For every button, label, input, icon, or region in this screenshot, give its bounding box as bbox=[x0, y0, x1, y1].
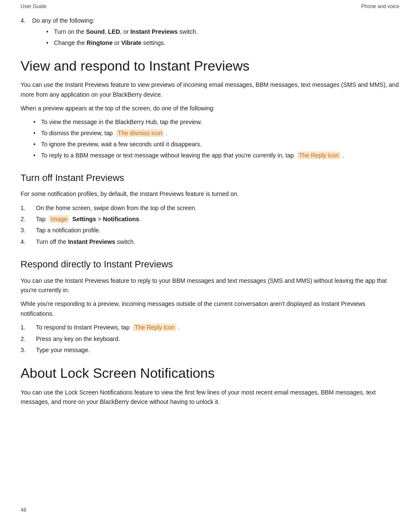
section4-para1: You can use the Lock Screen Notification… bbox=[21, 388, 399, 407]
section3-steps: 1. To respond to Instant Previews, tap T… bbox=[21, 323, 399, 355]
reply-icon-tag-2: The Reply icon bbox=[133, 323, 176, 331]
section2-steps: 1. On the home screen, swipe down from t… bbox=[21, 203, 399, 247]
bold-ringtone: Ringtone bbox=[86, 39, 113, 46]
section2-para1: For some notification profiles, by defau… bbox=[21, 189, 399, 199]
step-num: 1. bbox=[21, 323, 36, 332]
step-content: Press any key on the keyboard. bbox=[36, 334, 399, 344]
step4-intro: 4. Do any of the following: bbox=[21, 17, 399, 24]
list-item: 1. To respond to Instant Previews, tap T… bbox=[21, 323, 399, 332]
list-item: Change the Ringtone or Vibrate settings. bbox=[46, 39, 399, 47]
step-num: 1. bbox=[21, 203, 36, 213]
list-item: To view the message in the BlackBerry Hu… bbox=[33, 118, 399, 127]
list-item: To ignore the preview, wait a few second… bbox=[33, 140, 399, 149]
step-content: On the home screen, swipe down from the … bbox=[36, 203, 399, 213]
step-num: 3. bbox=[21, 345, 36, 355]
list-item: 1. On the home screen, swipe down from t… bbox=[21, 203, 399, 213]
step-content: Tap a notification profile. bbox=[36, 225, 399, 235]
list-item: 3. Tap a notification profile. bbox=[21, 225, 399, 235]
list-item: 2. Tap Image Settings > Notifications. bbox=[21, 214, 399, 224]
header-bar: User Guide Phone and voice bbox=[21, 3, 399, 9]
step-content: Type your message. bbox=[36, 345, 399, 355]
step-num: 3. bbox=[21, 225, 36, 235]
step4-bullet-list: Turn on the Sound, LED, or Instant Previ… bbox=[46, 27, 399, 47]
header-left: User Guide bbox=[21, 3, 47, 9]
bold-notifications: Notifications bbox=[103, 216, 139, 222]
step-content: To respond to Instant Previews, tap The … bbox=[36, 323, 399, 332]
header-right: Phone and voice bbox=[361, 3, 399, 9]
section1-bullet-list: To view the message in the BlackBerry Hu… bbox=[33, 118, 399, 160]
bold-instant-previews-1: Instant Previews bbox=[130, 28, 178, 35]
section4-title: About Lock Screen Notifications bbox=[21, 365, 399, 381]
bold-sound: Sound bbox=[86, 28, 105, 35]
list-item: To dismiss the preview, tap The dismiss … bbox=[33, 129, 399, 138]
page-container: User Guide Phone and voice 4. Do any of … bbox=[0, 0, 420, 428]
step-content: Turn off the Instant Previews switch. bbox=[36, 237, 399, 246]
list-item: 2. Press any key on the keyboard. bbox=[21, 334, 399, 344]
section1-para1: You can use the Instant Previews feature… bbox=[21, 80, 399, 99]
page-number: 48 bbox=[21, 507, 26, 513]
bold-vibrate: Vibrate bbox=[121, 39, 141, 46]
list-item: Turn on the Sound, LED, or Instant Previ… bbox=[46, 27, 399, 36]
section3-title: Respond directly to Instant Previews bbox=[21, 258, 399, 271]
section1-title: View and respond to Instant Previews bbox=[21, 58, 399, 74]
step4-num: 4. Do any of the following: bbox=[21, 17, 95, 24]
section1-para2: When a preview appears at the top of the… bbox=[21, 104, 399, 113]
step-num: 4. bbox=[21, 237, 36, 246]
bold-settings: Settings bbox=[72, 216, 96, 222]
list-item: 3. Type your message. bbox=[21, 345, 399, 355]
bold-led: LED bbox=[108, 28, 120, 35]
section3-para2: While you're responding to a preview, in… bbox=[21, 299, 399, 318]
step-num: 2. bbox=[21, 214, 36, 224]
section3-para1: You can use the Instant Previews feature… bbox=[21, 276, 399, 295]
step-num: 2. bbox=[21, 334, 36, 344]
list-item: 4. Turn off the Instant Previews switch. bbox=[21, 237, 399, 246]
dismiss-icon-tag: The dismiss icon bbox=[116, 129, 164, 137]
section2-title: Turn off Instant Previews bbox=[21, 172, 399, 184]
reply-icon-tag-1: The Reply icon bbox=[297, 151, 340, 159]
image-tag: Image bbox=[49, 215, 69, 223]
step-content: Tap Image Settings > Notifications. bbox=[36, 214, 399, 224]
list-item: To reply to a BBM message or text messag… bbox=[33, 151, 399, 160]
bold-instant-previews-2: Instant Previews bbox=[68, 238, 116, 245]
